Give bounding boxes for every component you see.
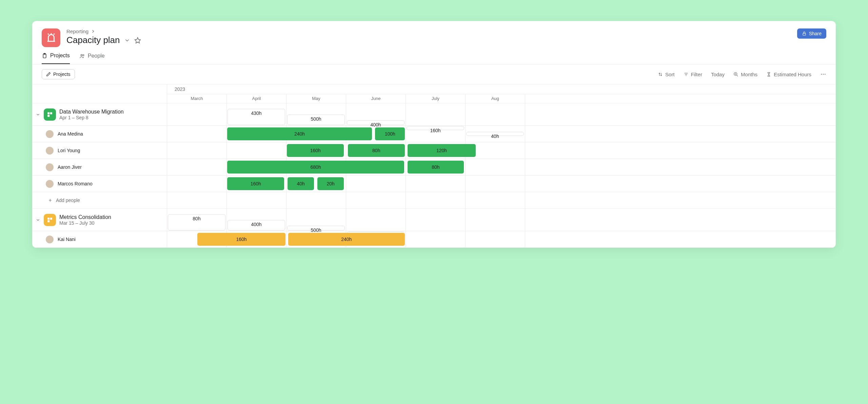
svg-rect-0 [803, 33, 806, 35]
person-name: Kai Nani [58, 237, 76, 242]
allocation-bar[interactable]: 240h [288, 233, 405, 246]
person-name: Ana Medina [58, 131, 83, 137]
project-name: Metrics Consolidation [59, 214, 111, 220]
person-row[interactable]: Aaron Jiver [32, 159, 167, 176]
timeline-project-row: 430h500h400h160h40h [167, 103, 836, 126]
timeline-project-row: 80h400h500h240h [167, 209, 836, 231]
allocation-bar[interactable]: 160h [227, 177, 284, 190]
timeline-person-row: 160h80h120h [167, 142, 836, 159]
estimated-hours-button[interactable]: Estimated Hours [766, 72, 811, 77]
sort-icon [658, 72, 663, 77]
avatar [46, 180, 54, 188]
allocation-bar[interactable]: 40h [288, 177, 314, 190]
allocation-bar[interactable]: 240h [227, 127, 372, 140]
sort-label: Sort [665, 72, 675, 77]
allocation-bar[interactable]: 120h [408, 144, 476, 157]
timeline-person-row: 160h240h [167, 231, 836, 248]
allocation-bar[interactable]: 160h [287, 144, 344, 157]
person-name: Marcos Romano [58, 181, 93, 186]
svg-point-7 [823, 74, 824, 75]
sort-button[interactable]: Sort [658, 72, 675, 77]
tabs: Projects People [32, 47, 836, 64]
person-name: Lori Young [58, 148, 80, 153]
share-label: Share [809, 31, 822, 36]
tab-projects-label: Projects [50, 53, 70, 59]
svg-point-6 [821, 74, 822, 75]
summary-bar[interactable]: 500h [287, 226, 345, 230]
zoom-button[interactable]: Months [733, 72, 757, 77]
project-icon [44, 214, 56, 226]
timeline-person-row: 240h100h [167, 126, 836, 142]
svg-rect-14 [47, 220, 50, 222]
filter-button[interactable]: Filter [684, 72, 702, 77]
title-menu-button[interactable] [124, 37, 130, 43]
add-people-label: Add people [56, 198, 80, 203]
allocation-bar[interactable]: 160h [197, 233, 285, 246]
month-header: July [406, 94, 466, 103]
avatar [46, 130, 54, 138]
sidebar: Data Warehouse Migration Apr 1 – Sep 8 A… [32, 84, 167, 248]
project-row[interactable]: Data Warehouse Migration Apr 1 – Sep 8 [32, 103, 167, 126]
summary-bar[interactable]: 500h [287, 115, 345, 125]
timeline-year: 2023 [167, 84, 836, 94]
lock-icon [802, 31, 807, 36]
filter-icon [684, 72, 689, 77]
svg-rect-12 [47, 218, 50, 220]
person-row[interactable]: Kai Nani [32, 231, 167, 248]
project-dates: Mar 15 – July 30 [59, 220, 111, 226]
zoom-icon [733, 72, 738, 77]
person-row[interactable]: Ana Medina [32, 126, 167, 142]
project-row[interactable]: Metrics Consolidation Mar 15 – July 30 [32, 209, 167, 231]
summary-bar[interactable]: 400h [347, 120, 405, 125]
share-button[interactable]: Share [797, 28, 826, 39]
hourglass-icon [766, 72, 771, 77]
svg-point-3 [81, 54, 82, 56]
clipboard-icon [42, 53, 47, 59]
today-button[interactable]: Today [711, 72, 725, 77]
timeline[interactable]: 2023 MarchAprilMayJuneJulyAug 430h500h40… [167, 84, 836, 248]
more-button[interactable] [820, 71, 826, 77]
svg-point-4 [83, 54, 84, 56]
summary-bar[interactable]: 400h [228, 220, 285, 230]
svg-rect-11 [47, 115, 50, 117]
avatar [46, 147, 54, 155]
allocation-bar[interactable]: 80h [408, 161, 464, 174]
month-header: March [167, 94, 227, 103]
person-row[interactable]: Lori Young [32, 142, 167, 159]
toolbar: Projects Sort Filter Today Months Estima… [32, 64, 836, 84]
avatar [46, 236, 54, 243]
timeline-person-row: 680h80h [167, 159, 836, 176]
person-row[interactable]: Marcos Romano [32, 176, 167, 192]
allocation-bar[interactable]: 100h [375, 127, 405, 140]
expand-button[interactable] [36, 112, 40, 117]
expand-button[interactable] [36, 218, 40, 222]
avatar [46, 163, 54, 171]
svg-rect-10 [50, 112, 52, 114]
summary-bar[interactable]: 430h [228, 109, 285, 125]
chevron-down-icon [124, 37, 130, 43]
breadcrumb-label: Reporting [66, 28, 88, 34]
project-name: Data Warehouse Migration [59, 109, 124, 115]
chevron-down-icon [36, 218, 40, 222]
favorite-button[interactable] [134, 37, 141, 44]
svg-rect-9 [47, 112, 50, 114]
projects-chip-label: Projects [53, 72, 71, 77]
chevron-right-icon [91, 29, 96, 34]
summary-bar[interactable]: 80h [168, 214, 225, 230]
plus-icon [48, 198, 53, 203]
add-people-button[interactable]: Add people [32, 192, 167, 209]
portfolio-icon [42, 28, 60, 47]
allocation-bar[interactable]: 80h [348, 144, 405, 157]
zoom-label: Months [741, 72, 757, 77]
project-icon [44, 108, 56, 121]
svg-point-8 [825, 74, 826, 75]
person-name: Aaron Jiver [58, 164, 82, 170]
content: Data Warehouse Migration Apr 1 – Sep 8 A… [32, 84, 836, 248]
allocation-bar[interactable]: 20h [317, 177, 344, 190]
chevron-down-icon [36, 112, 40, 117]
allocation-bar[interactable]: 680h [227, 161, 404, 174]
tab-projects[interactable]: Projects [42, 53, 70, 64]
projects-chip[interactable]: Projects [42, 69, 75, 79]
tab-people[interactable]: People [79, 53, 105, 64]
breadcrumb[interactable]: Reporting [66, 28, 141, 34]
